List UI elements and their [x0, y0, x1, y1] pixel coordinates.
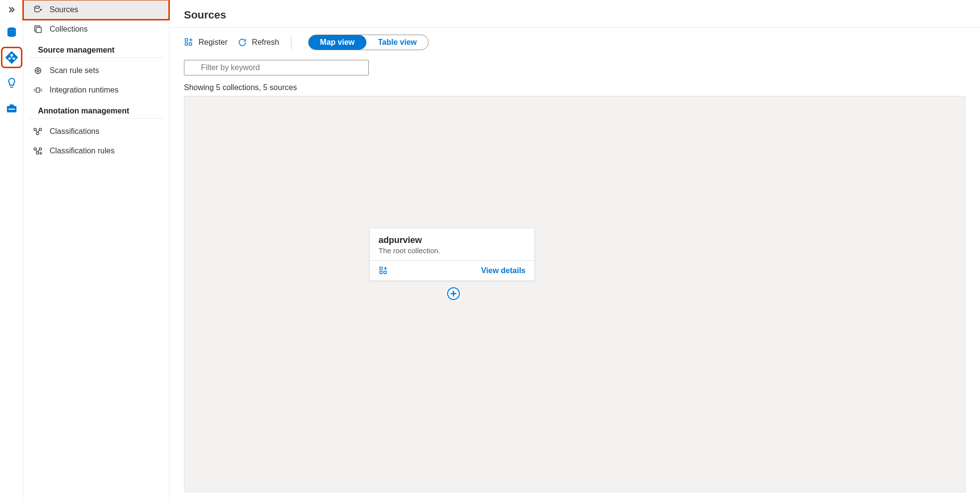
sidebar-item-scan-rule-sets[interactable]: Scan rule sets: [23, 61, 169, 80]
page-title: Sources: [169, 0, 980, 28]
svg-point-7: [35, 6, 40, 9]
classification-icon: [33, 127, 43, 136]
collection-node[interactable]: adpurview The root collection. View deta…: [369, 228, 535, 281]
refresh-button[interactable]: Refresh: [237, 37, 279, 47]
svg-rect-11: [36, 88, 39, 92]
svg-point-14: [36, 132, 39, 135]
sidebar-item-label: Collections: [50, 25, 88, 34]
rail-item-insights[interactable]: [3, 74, 20, 92]
source-icon: [33, 5, 43, 15]
rail-item-data-map[interactable]: [3, 49, 20, 66]
icon-rail: [0, 0, 23, 502]
rail-item-catalog[interactable]: [3, 23, 20, 41]
sidebar-item-label: Sources: [50, 5, 78, 14]
sidebar-item-classification-rules[interactable]: Classification rules: [23, 141, 169, 161]
view-details-link[interactable]: View details: [481, 266, 526, 275]
svg-rect-5: [9, 104, 14, 106]
toolbox-icon: [5, 102, 18, 114]
sidebar-section-source-mgmt: Source management: [28, 39, 164, 58]
map-view-button[interactable]: Map view: [309, 35, 366, 50]
svg-point-1: [10, 54, 13, 56]
view-toggle: Map view Table view: [308, 35, 429, 50]
filter-input[interactable]: [184, 60, 369, 75]
svg-rect-21: [189, 43, 192, 45]
chevrons-right-icon: [8, 6, 16, 14]
sidebar-item-label: Scan rule sets: [50, 66, 99, 75]
register-button[interactable]: Register: [184, 37, 228, 47]
sidebar-item-label: Integration runtimes: [50, 86, 118, 94]
sidebar-item-label: Classifications: [50, 127, 99, 136]
collection-title: adpurview: [379, 235, 526, 245]
sidebar-item-sources[interactable]: Sources: [23, 0, 169, 19]
sidebar-item-label: Classification rules: [50, 147, 114, 155]
filter-row: [169, 57, 980, 78]
sidebar-item-classifications[interactable]: Classifications: [23, 122, 169, 141]
svg-rect-20: [185, 43, 188, 45]
database-icon: [5, 26, 18, 38]
runtime-icon: [33, 85, 43, 95]
collection-node-footer: View details: [370, 261, 534, 280]
sidebar-section-annotation-mgmt: Annotation management: [28, 100, 164, 119]
toolbar-separator: [291, 36, 291, 49]
sidebar: Sources Collections Source management Sc…: [23, 0, 169, 502]
scan-icon: [33, 66, 43, 75]
main-area: Sources Register Refresh Map view Table …: [169, 0, 980, 502]
map-canvas[interactable]: adpurview The root collection. View deta…: [184, 96, 965, 492]
svg-point-10: [37, 70, 39, 72]
showing-text: Showing 5 collections, 5 sources: [169, 78, 980, 96]
svg-point-16: [39, 148, 42, 150]
diamond-map-icon: [5, 51, 18, 64]
add-node-button[interactable]: [447, 287, 460, 300]
svg-point-18: [40, 152, 41, 154]
register-label: Register: [199, 38, 228, 47]
collection-node-header: adpurview The root collection.: [370, 228, 534, 261]
svg-point-13: [39, 128, 42, 130]
toolbar: Register Refresh Map view Table view: [169, 28, 980, 57]
table-view-button[interactable]: Table view: [366, 35, 429, 50]
collection-subtitle: The root collection.: [379, 246, 526, 255]
svg-rect-6: [8, 109, 15, 110]
sidebar-item-integration-runtimes[interactable]: Integration runtimes: [23, 80, 169, 100]
svg-rect-23: [380, 271, 382, 274]
lightbulb-icon: [6, 77, 18, 89]
refresh-icon: [237, 37, 247, 47]
collections-icon: [33, 24, 43, 34]
classification-rules-icon: [33, 146, 43, 156]
sidebar-item-collections[interactable]: Collections: [23, 19, 169, 39]
svg-rect-24: [384, 271, 386, 274]
svg-point-17: [36, 152, 39, 154]
grid-add-icon[interactable]: [379, 266, 388, 276]
rail-item-management[interactable]: [3, 99, 20, 117]
register-icon: [184, 37, 194, 47]
svg-rect-19: [185, 39, 188, 41]
svg-rect-8: [36, 27, 41, 33]
refresh-label: Refresh: [252, 38, 279, 47]
svg-rect-22: [380, 267, 382, 270]
expand-rail-button[interactable]: [4, 4, 19, 16]
